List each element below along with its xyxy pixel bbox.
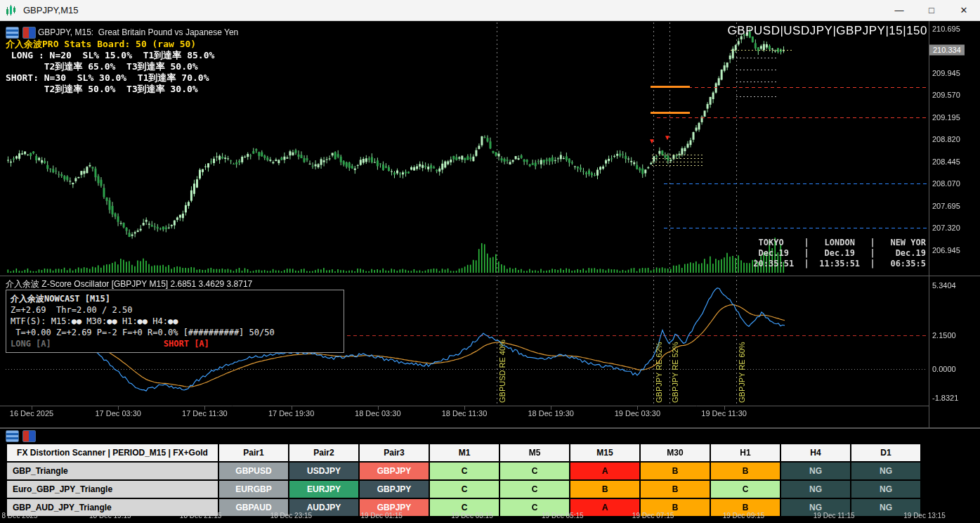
time-axis-label: 17 Dec 11:30 bbox=[182, 409, 228, 418]
oscillator-title: 介入余波 Z-Score Oscillator [GBPJPY M15] 2.6… bbox=[6, 278, 252, 290]
scanner-column-header: D1 bbox=[851, 444, 920, 461]
scanner-column-header: H1 bbox=[711, 444, 780, 461]
session-names: TOKYO | LONDON | NEW YOR bbox=[753, 238, 926, 248]
scanner-grade-cell: B bbox=[711, 463, 780, 479]
scanner-grade-cell: B bbox=[641, 463, 710, 479]
window-title: GBPJPY,M15 bbox=[23, 5, 79, 15]
titlebar: GBPJPY,M15 — □ ✕ bbox=[0, 0, 980, 21]
time-axis-label: 18 Dec 03:30 bbox=[355, 409, 400, 418]
scanner-chart-icon[interactable] bbox=[22, 430, 36, 442]
maximize-button[interactable]: □ bbox=[915, 0, 948, 20]
event-line-label: GBPUSD RE 40% bbox=[498, 340, 507, 403]
minimize-button[interactable]: — bbox=[883, 0, 915, 20]
time-axis-label: 19 Dec 11:30 bbox=[701, 409, 747, 418]
stats-line-long2: T2到達率 65.0% T3到達率 50.0% bbox=[6, 61, 214, 72]
oscillator-scale-label: 5.3404 bbox=[932, 281, 956, 290]
nowcast-title: 介入余波NOWCAST [M15] bbox=[11, 293, 339, 304]
close-button[interactable]: ✕ bbox=[948, 0, 980, 20]
scanner-pair-cell[interactable]: USDJPY bbox=[289, 463, 358, 479]
scanner-time-axis: 8 Dec 202518 Dec 19:1518 Dec 21:1518 Dec… bbox=[0, 512, 980, 522]
stats-board: 介入余波PRO Stats Board: 50 (raw 50) LONG : … bbox=[6, 38, 214, 95]
scanner-axis-label: 8 Dec 2025 bbox=[1, 512, 37, 519]
scanner-axis-label: 19 Dec 11:15 bbox=[814, 512, 855, 519]
time-axis-label: 17 Dec 19:30 bbox=[268, 409, 314, 418]
sell-signal-arrow-icon: ▼ bbox=[648, 138, 655, 145]
scanner-stats-icon[interactable] bbox=[6, 430, 19, 442]
event-line-label: GBPJPY RE 62% bbox=[655, 342, 663, 403]
scanner-pair-cell[interactable]: GBPJPY bbox=[360, 463, 429, 479]
scanner-axis-label: 19 Dec 05:15 bbox=[542, 512, 584, 519]
app-icon bbox=[5, 4, 19, 18]
scanner-panel: FX Distortion Scanner | PERIOD_M15 | FX+… bbox=[0, 427, 980, 523]
scanner-grade-cell: NG bbox=[781, 481, 850, 498]
scanner-axis-label: 18 Dec 19:15 bbox=[89, 512, 131, 519]
symbols-watermark: GBPUSD|USDJPY|GBPJPY|15|150 bbox=[728, 24, 927, 38]
window-controls: — □ ✕ bbox=[883, 0, 980, 20]
oscillator-scale-label: 0.0000 bbox=[932, 365, 956, 373]
scanner-grade-cell: B bbox=[641, 481, 710, 498]
scanner-pair-cell[interactable]: GBPUSD bbox=[219, 463, 288, 479]
scanner-axis-label: 19 Dec 03:15 bbox=[451, 512, 493, 519]
scanner-row-name: GBP_Triangle bbox=[7, 463, 218, 479]
session-clock: TOKYO | LONDON | NEW YOR Dec.19 | Dec.19… bbox=[753, 238, 926, 269]
scanner-column-header: Pair3 bbox=[360, 444, 429, 461]
time-axis-label: 18 Dec 19:30 bbox=[528, 409, 573, 418]
nowcast-footer: LONG [A] SHORT [A] bbox=[11, 338, 339, 349]
scanner-row: Euro_GBP_JPY_TriangleEURGBPEURJPYGBPJPYC… bbox=[7, 481, 920, 498]
time-axis-label: 17 Dec 03:30 bbox=[95, 409, 141, 418]
scanner-toolbar bbox=[0, 429, 980, 443]
scanner-pair-cell[interactable]: EURGBP bbox=[219, 481, 288, 498]
price-scale-label: 209.945 bbox=[932, 69, 960, 77]
scanner-axis-label: 19 Dec 13:15 bbox=[903, 512, 946, 519]
scanner-column-header: M1 bbox=[430, 444, 499, 461]
price-scale-label: 207.320 bbox=[932, 224, 960, 232]
scanner-pair-cell[interactable]: EURJPY bbox=[289, 481, 358, 498]
session-times: 20:35:51 | 11:35:51 | 06:35:5 bbox=[753, 259, 926, 269]
scanner-grade-cell: C bbox=[711, 481, 780, 498]
scanner-grade-cell: A bbox=[570, 463, 639, 479]
oscillator-scale-label: 2.1500 bbox=[932, 331, 956, 340]
current-price-tag: 210.334 bbox=[929, 44, 965, 55]
price-scale-label: 206.945 bbox=[932, 246, 960, 254]
price-scale-label: 207.695 bbox=[932, 202, 960, 210]
event-line-label: GBPJPY RE 52% bbox=[671, 342, 679, 403]
scanner-axis-label: 18 Dec 23:15 bbox=[270, 512, 313, 519]
oscillator-scale-label: -1.8321 bbox=[932, 394, 958, 402]
price-scale-label: 208.820 bbox=[932, 135, 960, 143]
sell-signal-arrow-icon: ▼ bbox=[664, 134, 671, 141]
scanner-grade-cell: C bbox=[430, 463, 499, 479]
scanner-pair-cell[interactable]: GBPJPY bbox=[360, 481, 429, 498]
scanner-column-header: H4 bbox=[781, 444, 850, 461]
scanner-link-icon[interactable] bbox=[22, 27, 36, 39]
mt-window: GBPJPY,M15 — □ ✕ GBPJPY, M15: Great Brit… bbox=[0, 0, 980, 523]
scanner-grade-cell: C bbox=[430, 481, 499, 498]
scanner-grade-cell: NG bbox=[851, 463, 920, 479]
session-dates: Dec.19 | Dec.19 | Dec.19 bbox=[753, 248, 926, 259]
symbol-description: GBPJPY, M15: Great Britain Pound vs Japa… bbox=[38, 27, 238, 37]
stats-board-title: 介入余波PRO Stats Board: 50 (raw 50) bbox=[6, 38, 214, 50]
scanner-row-name: Euro_GBP_JPY_Triangle bbox=[7, 481, 218, 498]
stats-line-short: SHORT: N=30 SL% 30.0% T1到達率 70.0% bbox=[6, 72, 214, 84]
stats-line-long: LONG : N=20 SL% 15.0% T1到達率 85.0% bbox=[6, 50, 214, 61]
price-scale-label: 208.445 bbox=[932, 157, 960, 166]
stats-line-short2: T2到達率 50.0% T3到達率 30.0% bbox=[6, 84, 214, 95]
scanner-grade-cell: NG bbox=[781, 463, 850, 479]
scanner-column-header: M30 bbox=[641, 444, 710, 461]
scanner-axis-label: 18 Dec 21:15 bbox=[180, 512, 222, 519]
scanner-grade-cell: C bbox=[500, 463, 569, 479]
time-axis-label: 18 Dec 11:30 bbox=[442, 409, 488, 418]
stats-board-icon[interactable] bbox=[6, 27, 19, 39]
scanner-column-header: M15 bbox=[570, 444, 639, 461]
time-axis-label: 16 Dec 2025 bbox=[10, 409, 53, 418]
event-line-label: GBPJPY RE 60% bbox=[738, 342, 746, 403]
nowcast-mtf: MTF(S): M15:●● M30:●● H1:●● H4:●● bbox=[11, 316, 339, 327]
nowcast-long-status: LONG [A] bbox=[11, 338, 51, 349]
price-scale-label: 209.195 bbox=[932, 113, 960, 122]
scanner-axis-label: 19 Dec 07:15 bbox=[632, 512, 674, 519]
scanner-axis-label: 19 Dec 01:15 bbox=[360, 512, 403, 519]
nowcast-progress: T=+0.00 Z=+2.69 P=-2 F=+0 R=0.0% [######… bbox=[11, 327, 339, 338]
chart-toolbar-icons bbox=[6, 27, 36, 39]
scanner-table: FX Distortion Scanner | PERIOD_M15 | FX+… bbox=[6, 443, 922, 517]
nowcast-short-status: SHORT [A] bbox=[164, 338, 209, 349]
scanner-grade-cell: NG bbox=[851, 481, 920, 498]
